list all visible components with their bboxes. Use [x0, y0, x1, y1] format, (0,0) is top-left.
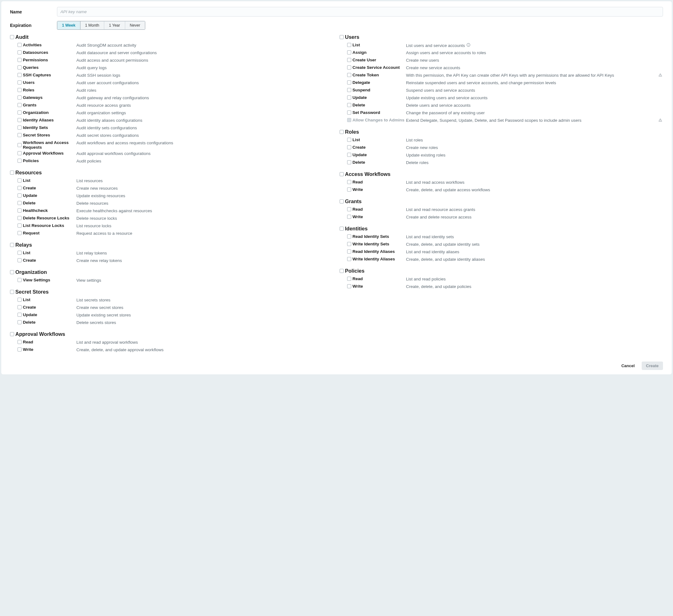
permission-description: With this permission, the API Key can cr… [406, 73, 658, 78]
permission-checkbox[interactable] [347, 215, 351, 219]
expiration-option[interactable]: 1 Year [104, 21, 125, 29]
permission-checkbox[interactable] [347, 80, 351, 84]
permission-checkbox[interactable] [18, 43, 22, 47]
permission-checkbox[interactable] [347, 160, 351, 164]
permission-description: Audit StrongDM account activity [76, 43, 333, 48]
permission-checkbox[interactable] [18, 320, 22, 324]
permission-checkbox[interactable] [18, 118, 22, 122]
group-checkbox[interactable] [340, 130, 344, 134]
permission-checkbox[interactable] [18, 159, 22, 163]
permission-checkbox[interactable] [347, 111, 351, 115]
group-checkbox[interactable] [10, 35, 14, 39]
info-icon[interactable] [466, 43, 470, 47]
permission-checkbox[interactable] [347, 95, 351, 99]
permission-checkbox[interactable] [18, 251, 22, 255]
permission-checkbox[interactable] [347, 257, 351, 261]
permission-checkbox[interactable] [18, 143, 22, 147]
permission-checkbox[interactable] [18, 50, 22, 54]
permission-row: Read Identity SetsList and read identity… [340, 234, 663, 240]
permission-checkbox[interactable] [18, 298, 22, 302]
group-checkbox[interactable] [10, 290, 14, 294]
permission-checkbox[interactable] [18, 208, 22, 213]
expiration-option[interactable]: Never [125, 21, 145, 29]
expiration-option[interactable]: 1 Week [57, 21, 80, 29]
permission-checkbox[interactable] [347, 50, 351, 54]
permission-checkbox[interactable] [18, 305, 22, 309]
permission-name: Read [353, 207, 363, 212]
permission-checkbox[interactable] [18, 88, 22, 92]
permission-checkbox[interactable] [18, 186, 22, 190]
group-checkbox[interactable] [10, 171, 14, 175]
permission-checkbox[interactable] [18, 340, 22, 344]
cancel-button[interactable]: Cancel [617, 362, 639, 370]
permission-row: WriteCreate and delete resource access [340, 214, 663, 221]
permission-checkbox[interactable] [18, 80, 22, 84]
permission-checkbox[interactable] [18, 178, 22, 183]
permission-checkbox[interactable] [18, 278, 22, 282]
permission-checkbox[interactable] [347, 284, 351, 288]
permission-checkbox[interactable] [347, 207, 351, 211]
permission-checkbox[interactable] [18, 348, 22, 352]
permission-description: List and read resource access grants [406, 207, 663, 213]
warning-icon[interactable] [658, 118, 662, 122]
permission-name-cell: Read [18, 340, 76, 344]
permission-description: Create new relay tokens [76, 258, 333, 263]
permission-checkbox[interactable] [347, 242, 351, 246]
permission-checkbox[interactable] [18, 201, 22, 205]
permission-description: Change the password of any existing user [406, 110, 663, 116]
group-checkbox[interactable] [10, 243, 14, 247]
permission-checkbox[interactable] [347, 58, 351, 62]
permission-name: View Settings [23, 278, 50, 282]
permission-row: List Resource LocksList resource locks [10, 223, 333, 229]
permission-row: ReadList and read access workflows [340, 180, 663, 186]
permission-checkbox[interactable] [347, 188, 351, 192]
permission-checkbox[interactable] [347, 73, 351, 77]
permission-checkbox[interactable] [18, 65, 22, 69]
group-checkbox[interactable] [340, 227, 344, 231]
group-checkbox[interactable] [340, 199, 344, 203]
expiration-option[interactable]: 1 Month [80, 21, 104, 29]
permission-checkbox[interactable] [18, 103, 22, 107]
permission-checkbox[interactable] [18, 231, 22, 235]
permission-checkbox[interactable] [347, 249, 351, 253]
permission-row: UpdateUpdate existing resources [10, 193, 333, 199]
permission-name: Request [23, 231, 39, 235]
permission-checkbox[interactable] [18, 126, 22, 130]
permission-description: Create, delete, and update policies [406, 284, 663, 289]
expiration-segmented: 1 Week1 Month1 YearNever [57, 21, 145, 30]
permission-checkbox[interactable] [18, 193, 22, 198]
permission-checkbox[interactable] [347, 138, 351, 142]
permission-checkbox[interactable] [347, 234, 351, 238]
permission-checkbox[interactable] [18, 58, 22, 62]
permission-checkbox[interactable] [347, 145, 351, 149]
api-key-name-input[interactable] [57, 7, 663, 17]
group-checkbox[interactable] [340, 35, 344, 39]
permission-checkbox[interactable] [347, 43, 351, 47]
permission-name-cell: List [18, 250, 76, 255]
permission-checkbox[interactable] [18, 223, 22, 228]
group-checkbox[interactable] [340, 269, 344, 273]
permission-checkbox[interactable] [347, 65, 351, 69]
permission-checkbox[interactable] [18, 313, 22, 317]
permission-description: List resources [76, 178, 333, 184]
permission-checkbox[interactable] [347, 180, 351, 184]
permission-checkbox[interactable] [18, 111, 22, 115]
permission-checkbox[interactable] [18, 73, 22, 77]
permission-description: Audit datasource and server configuratio… [76, 50, 333, 56]
group-checkbox[interactable] [10, 270, 14, 274]
create-button[interactable]: Create [642, 362, 663, 370]
permission-checkbox[interactable] [18, 216, 22, 220]
permission-checkbox[interactable] [347, 103, 351, 107]
permission-checkbox[interactable] [18, 258, 22, 262]
group-title: Access Workflows [345, 171, 391, 177]
right-column: UsersListList users and service accounts… [340, 34, 663, 358]
permission-checkbox[interactable] [18, 133, 22, 137]
permission-checkbox[interactable] [18, 151, 22, 155]
group-checkbox[interactable] [340, 172, 344, 176]
permission-checkbox[interactable] [347, 153, 351, 157]
permission-checkbox[interactable] [347, 88, 351, 92]
permission-checkbox[interactable] [347, 277, 351, 281]
warning-icon[interactable] [658, 73, 662, 77]
group-checkbox[interactable] [10, 332, 14, 336]
permission-checkbox[interactable] [18, 95, 22, 99]
